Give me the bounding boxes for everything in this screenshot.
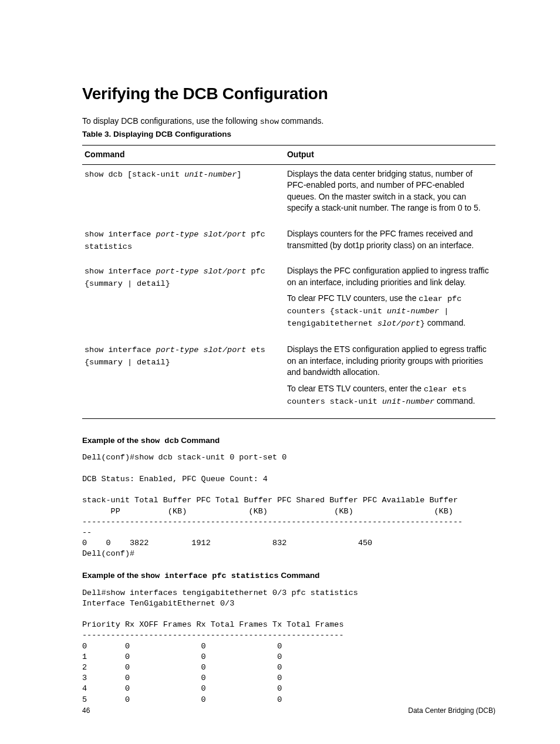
output-cell: Displays the data center bridging status… [285,164,495,225]
footer-section-title: Data Center Bridging (DCB) [408,706,495,716]
page-footer: 46 Data Center Bridging (DCB) [82,706,495,716]
command-text: show interface port-type slot/port pfc {… [85,267,265,288]
table-head-output: Output [285,145,495,164]
output-block: To clear ETS TLV counters, enter the cle… [287,383,493,408]
output-block: To clear PFC TLV counters, use the clear… [287,293,493,330]
output-block: Displays the PFC configuration applied t… [287,265,493,288]
intro-post: commands. [279,116,323,126]
command-text: show interface port-type slot/port ets {… [85,346,265,367]
command-cell: show interface port-type slot/port ets {… [82,340,285,418]
table-row: show dcb [stack-unit unit-number]Display… [82,164,495,225]
output-cell: Displays the PFC configuration applied t… [285,262,495,340]
document-page: Verifying the DCB Configuration To displ… [0,0,560,744]
example1-heading: Example of the show dcb Command [82,435,495,447]
example2-cli: Dell#show interfaces tengigabitethernet … [82,588,495,705]
example2-heading: Example of the show interface pfc statis… [82,570,495,582]
output-block: Displays the data center bridging status… [287,168,493,214]
command-cell: show interface port-type slot/port pfc s… [82,225,285,262]
dcb-command-table: Command Output show dcb [stack-unit unit… [82,145,495,419]
command-cell: show dcb [stack-unit unit-number] [82,164,285,225]
output-block: Displays counters for the PFC frames rec… [287,228,493,251]
table-row: show interface port-type slot/port ets {… [82,340,495,418]
output-cell: Displays counters for the PFC frames rec… [285,225,495,262]
example1-code: show dcb [141,437,179,445]
table-caption: Table 3. Displaying DCB Configurations [82,129,495,140]
page-heading: Verifying the DCB Configuration [82,82,495,105]
table-row: show interface port-type slot/port pfc {… [82,262,495,340]
command-text: show interface port-type slot/port pfc s… [85,230,265,251]
example2-pre: Example of the [82,571,141,580]
example2-post: Command [279,571,320,580]
example1-post: Command [179,436,220,445]
page-number: 46 [82,706,90,716]
example1-cli: Dell(conf)#show dcb stack-unit 0 port-se… [82,452,495,559]
intro-text: To display DCB configurations, use the f… [82,116,495,128]
command-cell: show interface port-type slot/port pfc {… [82,262,285,340]
table-head-command: Command [82,145,285,164]
example2-code: show interface pfc statistics [141,571,279,580]
output-cell: Displays the ETS configuration applied t… [285,340,495,418]
example1-pre: Example of the [82,436,141,445]
intro-pre: To display DCB configurations, use the f… [82,116,260,126]
command-text: show dcb [stack-unit unit-number] [85,170,241,179]
output-block: Displays the ETS configuration applied t… [287,344,493,378]
table-row: show interface port-type slot/port pfc s… [82,225,495,262]
intro-code: show [260,117,279,126]
